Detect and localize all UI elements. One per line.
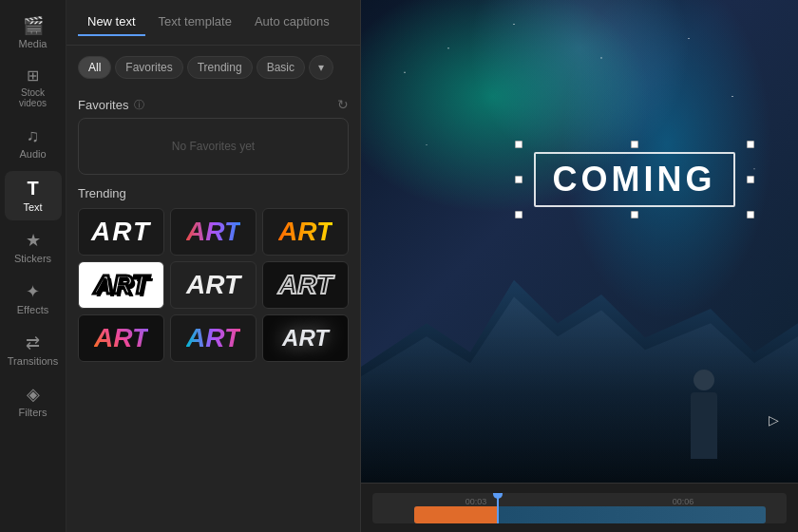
handle-top-left[interactable] (515, 141, 522, 148)
sidebar-item-stickers[interactable]: ★ Stickers (5, 224, 62, 272)
sidebar-item-transitions[interactable]: ⇄ Transitions (5, 327, 62, 374)
art-text-5: ART (186, 270, 240, 300)
timeline: 00:03 00:06 (361, 483, 798, 532)
art-item-5[interactable]: ART (170, 261, 256, 309)
art-grid: ART ART ART ART ART ART ART ART ART (66, 208, 360, 362)
audio-icon: ♫ (27, 127, 40, 144)
sidebar-label-media: Media (19, 38, 48, 49)
art-text-3: ART (278, 217, 332, 247)
sidebar: 🎬 Media ⊞ Stock videos ♫ Audio T Text ★ … (0, 0, 66, 532)
tick-1: 00:03 (466, 497, 487, 506)
art-text-4: ART (94, 270, 148, 300)
tab-text-template[interactable]: Text template (149, 9, 241, 36)
timeline-bar[interactable]: 00:03 00:06 (372, 493, 787, 523)
sidebar-item-stock-videos[interactable]: ⊞ Stock videos (5, 61, 62, 116)
tab-new-text[interactable]: New text (78, 9, 145, 36)
play-button[interactable]: ▷ (760, 407, 787, 433)
sidebar-item-media[interactable]: 🎬 Media (5, 10, 62, 57)
art-text-6: ART (278, 270, 332, 300)
refresh-icon[interactable]: ↻ (337, 97, 349, 112)
timeline-ruler: 00:03 00:06 (372, 497, 787, 506)
art-item-1[interactable]: ART (78, 208, 164, 256)
art-item-6[interactable]: ART (262, 261, 349, 309)
sidebar-label-text: Text (23, 201, 42, 213)
filter-favorites[interactable]: Favorites (115, 56, 182, 79)
favorites-header: Favorites ⓘ ↻ (66, 89, 360, 118)
handle-left-mid[interactable] (515, 176, 522, 183)
handle-top-right[interactable] (747, 141, 754, 148)
timeline-cursor[interactable] (497, 493, 499, 523)
text-icon: T (27, 179, 38, 198)
art-item-8[interactable]: ART (170, 314, 256, 362)
art-text-7: ART (94, 323, 148, 353)
stickers-icon: ★ (26, 232, 41, 249)
handle-right-mid[interactable] (747, 176, 754, 183)
preview-text-overlay: COMING (553, 160, 716, 200)
filter-more-button[interactable]: ▾ (309, 55, 333, 80)
art-item-2[interactable]: ART (170, 208, 256, 256)
art-item-7[interactable]: ART (78, 314, 164, 362)
sidebar-label-audio: Audio (19, 148, 46, 160)
tick-2: 00:06 (673, 497, 694, 506)
art-text-1: ART (91, 217, 151, 247)
sidebar-label-effects: Effects (17, 304, 48, 315)
person-silhouette (675, 345, 732, 459)
stock-videos-icon: ⊞ (27, 68, 39, 84)
effects-icon: ✦ (26, 283, 40, 300)
handle-bottom-right[interactable] (747, 211, 754, 218)
transitions-icon: ⇄ (26, 334, 40, 352)
handle-bottom-mid[interactable] (631, 211, 638, 218)
sidebar-item-effects[interactable]: ✦ Effects (5, 276, 62, 323)
timeline-clip-accent (414, 506, 497, 523)
art-text-8: ART (186, 323, 240, 353)
preview-area: COMING ▷ (361, 0, 798, 483)
text-overlay-wrapper[interactable]: COMING (519, 144, 750, 215)
art-item-9[interactable]: ART (262, 314, 349, 362)
info-icon: ⓘ (134, 98, 144, 112)
art-text-9: ART (282, 325, 329, 352)
sidebar-label-filters: Filters (19, 407, 48, 418)
sidebar-label-stickers: Stickers (14, 253, 51, 264)
sidebar-item-audio[interactable]: ♫ Audio (5, 120, 62, 167)
tab-bar: New text Text template Auto captions (66, 0, 360, 46)
filter-row: All Favorites Trending Basic ▾ (66, 46, 360, 89)
sidebar-item-filters[interactable]: ◈ Filters (5, 378, 62, 426)
filters-icon: ◈ (27, 386, 40, 403)
handle-top-mid[interactable] (631, 141, 638, 148)
text-panel: New text Text template Auto captions All… (66, 0, 361, 532)
art-item-3[interactable]: ART (262, 208, 349, 256)
favorites-title: Favorites (78, 98, 128, 112)
art-item-4[interactable]: ART (78, 261, 164, 309)
tab-auto-captions[interactable]: Auto captions (245, 9, 339, 36)
favorites-box: No Favorites yet (78, 118, 349, 175)
media-icon: 🎬 (23, 17, 44, 34)
favorites-empty-text: No Favorites yet (172, 140, 255, 153)
trending-title: Trending (78, 186, 126, 200)
main-area: COMING ▷ 00:03 00:06 (361, 0, 798, 532)
art-text-2: ART (186, 217, 240, 247)
filter-trending[interactable]: Trending (187, 56, 253, 79)
sidebar-label-transitions: Transitions (8, 355, 58, 367)
sidebar-label-stock-videos: Stock videos (9, 87, 58, 108)
filter-basic[interactable]: Basic (256, 56, 305, 79)
filter-all[interactable]: All (78, 56, 111, 79)
chevron-down-icon: ▾ (318, 61, 324, 74)
play-icon: ▷ (769, 412, 779, 428)
trending-header: Trending (66, 175, 360, 208)
handle-bottom-left[interactable] (515, 211, 522, 218)
sidebar-item-text[interactable]: T Text (5, 171, 62, 220)
